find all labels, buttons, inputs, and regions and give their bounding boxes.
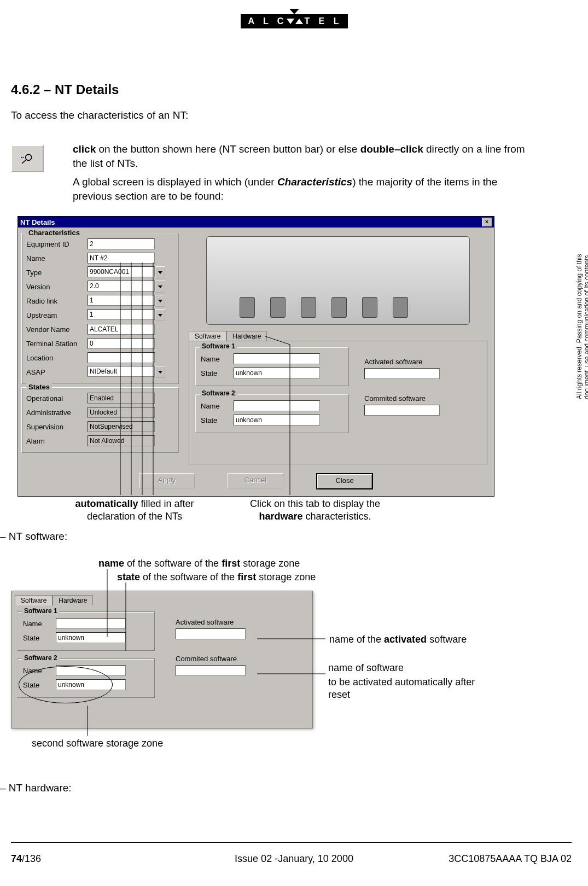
field-name[interactable]: NT #2 <box>88 253 155 264</box>
lbl-sw1-name-2: Name <box>23 620 56 628</box>
chevron-down-icon[interactable] <box>155 266 165 278</box>
lbl-sw1-name: Name <box>201 355 234 363</box>
annotation-second-zone: second software storage zone <box>32 737 163 750</box>
lbl-sw2-state-2: State <box>23 681 56 689</box>
tab-hardware[interactable]: Hardware <box>226 331 267 341</box>
chevron-down-icon[interactable] <box>155 281 165 293</box>
footer-rule <box>11 842 572 843</box>
svg-point-0 <box>26 154 32 160</box>
characteristics-legend: Characteristics <box>26 229 82 237</box>
lbl-type: Type <box>26 269 88 277</box>
chevron-down-icon[interactable] <box>155 295 165 307</box>
field-asap[interactable]: NtDefault <box>88 366 165 378</box>
device-image <box>206 236 470 325</box>
states-group: States Operational Enabled Administrativ… <box>21 387 179 453</box>
software2-group: Software 2 Name State unknown <box>195 394 349 433</box>
field-sw2-name <box>234 400 320 411</box>
close-button[interactable]: × <box>482 218 492 226</box>
field-commited-software <box>364 405 440 416</box>
lbl-commited-software: Commited software <box>364 394 440 403</box>
field-equipment-id[interactable]: 2 <box>88 238 155 249</box>
field-sw1-name-2 <box>56 618 126 629</box>
field-sw2-state-2: unknown <box>56 679 126 690</box>
software1-legend-2: Software 1 <box>22 607 60 615</box>
lbl-supervision: Supervision <box>26 423 88 431</box>
field-terminal-station[interactable]: 0 <box>88 338 155 349</box>
annotation-sw1-name: name of the software of the first storag… <box>98 558 300 569</box>
intro-text: To access the characteristics of an NT: <box>11 109 188 121</box>
field-alarm: Not Allowed <box>88 435 155 446</box>
section-heading: 4.6.2 – NT Details <box>11 82 119 97</box>
field-sw1-state-2: unknown <box>56 632 126 643</box>
cancel-button: Cancel <box>228 473 283 488</box>
lbl-administrative: Administrative <box>26 409 88 417</box>
subhead-nt-software: – NT software: <box>0 531 67 543</box>
field-upstream[interactable]: 1 <box>88 309 165 321</box>
lbl-activated-software: Activated software <box>364 358 440 366</box>
field-sw1-name <box>234 353 320 364</box>
subhead-nt-hardware: – NT hardware: <box>0 782 72 794</box>
tab-software[interactable]: Software <box>189 331 226 341</box>
footer-issue: Issue 02 -January, 10 2000 <box>235 853 353 865</box>
states-legend: States <box>26 383 52 391</box>
lbl-upstream: Upstream <box>26 311 88 319</box>
lbl-sw2-state: State <box>201 416 234 424</box>
footer-doc: 3CC10875AAAA TQ BJA 02 <box>449 853 572 865</box>
nt-details-button[interactable] <box>11 145 44 172</box>
field-supervision: NotSupervised <box>88 421 155 432</box>
field-sw1-state: unknown <box>234 368 320 378</box>
tab-hardware-2[interactable]: Hardware <box>53 595 93 605</box>
field-sw2-name-2 <box>56 665 126 676</box>
svg-point-2 <box>21 157 22 158</box>
lbl-operational: Operational <box>26 394 88 403</box>
nt-details-window: NT Details × Characteristics Equipment I… <box>18 216 494 497</box>
software1-group-2: Software 1 Name State unknown <box>17 611 155 651</box>
software2-legend: Software 2 <box>200 389 237 397</box>
field-operational: Enabled <box>88 393 155 404</box>
field-radio-link[interactable]: 1 <box>88 295 165 307</box>
titlebar: NT Details × <box>18 217 494 228</box>
lbl-activated-software-2: Activated software <box>176 618 246 626</box>
software1-group: Software 1 Name State unknown <box>195 347 349 386</box>
lbl-name: Name <box>26 254 88 263</box>
field-version[interactable]: 2.0 <box>88 281 165 293</box>
lbl-sw1-state-2: State <box>23 634 56 642</box>
characteristics-group: Characteristics Equipment ID 2 Name NT #… <box>21 233 179 384</box>
lbl-alarm: Alarm <box>26 437 88 445</box>
chevron-down-icon[interactable] <box>155 309 165 321</box>
annotation-sw1-state: state of the software of the first stora… <box>117 572 316 583</box>
chevron-down-icon[interactable] <box>155 366 165 378</box>
lbl-version: Version <box>26 283 88 291</box>
field-type[interactable]: 9900NCA001 <box>88 266 165 278</box>
lbl-sw1-state: State <box>201 369 234 377</box>
lbl-radio-link: Radio link <box>26 297 88 305</box>
software-tabpane: Software 1 Name State unknown Software 2… <box>189 341 487 464</box>
lbl-sw2-name-2: Name <box>23 667 56 675</box>
lbl-vendor-name: Vendor Name <box>26 325 88 334</box>
paragraph-click: click on the button shown here (NT scree… <box>73 142 539 170</box>
lbl-commited-software-2: Commited software <box>176 655 246 663</box>
close-button-bar[interactable]: Close <box>316 473 373 489</box>
apply-button: Apply <box>139 473 195 488</box>
field-administrative: Unlocked <box>88 407 155 418</box>
paragraph-global: A global screen is displayed in which (u… <box>73 175 539 203</box>
lbl-equipment-id: Equipment ID <box>26 240 88 248</box>
svg-point-3 <box>22 157 24 158</box>
software2-legend-2: Software 2 <box>22 654 60 662</box>
tab-software-2[interactable]: Software <box>15 595 53 605</box>
field-vendor-name[interactable]: ALCATEL <box>88 324 155 335</box>
copyright-notice: All rights reserved. Passing on and copy… <box>576 191 588 399</box>
field-activated-software <box>364 368 440 379</box>
field-activated-software-2 <box>176 628 246 639</box>
lbl-asap: ASAP <box>26 368 88 376</box>
lbl-location: Location <box>26 354 88 362</box>
field-commited-software-2 <box>176 665 246 676</box>
lbl-terminal-station: Terminal Station <box>26 340 88 348</box>
field-location[interactable] <box>88 352 155 363</box>
lbl-sw2-name: Name <box>201 402 234 410</box>
software2-group-2: Software 2 Name State unknown <box>17 658 155 698</box>
footer-page: 74/136 <box>11 853 41 865</box>
annotation-commited-l1: name of software <box>328 662 404 674</box>
software-panel: Software Hardware Software 1 Name State … <box>11 591 313 728</box>
brand-logo: A L CT E L <box>241 14 348 28</box>
